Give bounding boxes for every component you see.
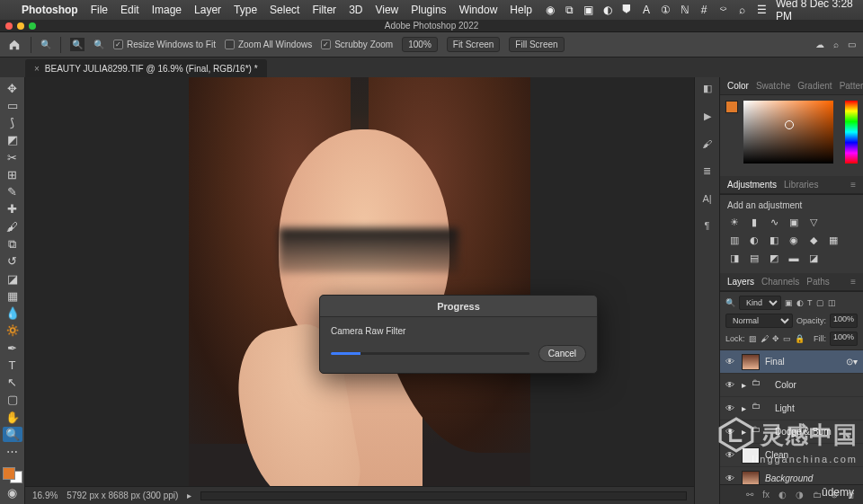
new-group-icon[interactable]: 🗀 — [813, 490, 822, 500]
vibrance-icon[interactable]: ▽ — [806, 216, 821, 228]
menubar-hash-icon[interactable]: # — [699, 4, 709, 16]
history-brush-tool[interactable]: ↺ — [3, 254, 22, 269]
color-field[interactable] — [743, 101, 833, 164]
lock-all-icon[interactable]: 🔒 — [795, 334, 805, 343]
lock-trans-icon[interactable]: ▨ — [749, 334, 757, 343]
filter-pixel-icon[interactable]: ▣ — [785, 298, 793, 307]
tab-channels[interactable]: Channels — [761, 277, 799, 287]
menubar-shield-icon[interactable]: ⛊ — [621, 4, 632, 16]
curves-icon[interactable]: ∿ — [767, 216, 781, 228]
zoom-window-icon[interactable] — [29, 22, 36, 30]
scrubby-checkbox[interactable] — [321, 40, 331, 49]
search-icon[interactable]: 🔍 — [725, 298, 735, 307]
selective-icon[interactable]: ◪ — [806, 252, 821, 264]
healing-tool[interactable]: ✚ — [3, 202, 22, 217]
menubar-dropbox-icon[interactable]: ⧉ — [564, 4, 574, 16]
search-icon[interactable]: ⌕ — [833, 40, 839, 49]
invert-icon[interactable]: ◨ — [727, 252, 742, 264]
layer-row[interactable]: 👁 Background — [720, 467, 863, 484]
channelmixer-icon[interactable]: ◆ — [806, 234, 821, 246]
object-select-tool[interactable]: ◩ — [3, 133, 22, 147]
visibility-icon[interactable]: 👁 — [725, 357, 736, 367]
history-icon[interactable]: ≣ — [703, 165, 711, 177]
fill-screen-button[interactable]: Fill Screen — [509, 37, 564, 52]
colorbalance-icon[interactable]: ◐ — [747, 234, 761, 246]
blur-tool[interactable]: 💧 — [3, 305, 22, 320]
layer-row[interactable]: 👁 Clean — [720, 444, 863, 467]
layer-name[interactable]: Light — [775, 403, 795, 413]
brushes-icon[interactable]: 🖌 — [702, 138, 712, 149]
opacity-value[interactable]: 100% — [830, 314, 858, 328]
marquee-tool[interactable]: ▭ — [3, 98, 22, 112]
character-icon[interactable]: A| — [702, 193, 711, 204]
filter-kind-select[interactable]: Kind — [739, 296, 781, 310]
home-button[interactable] — [7, 39, 22, 51]
fit-screen-button[interactable]: Fit Screen — [447, 37, 501, 52]
levels-icon[interactable]: ▮ — [747, 216, 761, 228]
menu-view[interactable]: View — [375, 4, 398, 16]
panel-menu-icon[interactable]: ≡ — [850, 180, 856, 190]
menu-filter[interactable]: Filter — [312, 4, 336, 16]
frame-tool[interactable]: ⊞ — [3, 167, 22, 181]
path-tool[interactable]: ↖ — [3, 376, 22, 390]
tab-gradients[interactable]: Gradient — [797, 81, 832, 91]
dodge-tool[interactable]: 🔅 — [3, 323, 22, 338]
menu-plugins[interactable]: Plugins — [411, 4, 446, 16]
color-selector-ring[interactable] — [785, 120, 794, 129]
workspace-icon[interactable]: ▭ — [848, 40, 856, 49]
tab-close-icon[interactable]: × — [34, 64, 40, 74]
hue-icon[interactable]: ▥ — [727, 234, 742, 246]
layer-name[interactable]: Dodge & Burn — [775, 427, 832, 437]
zoom-in-icon[interactable]: 🔍 — [70, 38, 85, 51]
link-layers-icon[interactable]: ⚯ — [746, 490, 753, 500]
filter-smart-icon[interactable]: ◫ — [828, 298, 836, 307]
folder-caret-icon[interactable]: ▸ — [742, 380, 746, 390]
blend-mode-select[interactable]: Normal — [725, 314, 793, 328]
horizontal-scrollbar[interactable] — [200, 491, 687, 500]
type-tool[interactable]: T — [3, 358, 22, 372]
edit-toolbar[interactable]: ⋯ — [3, 445, 22, 459]
menu-layer[interactable]: Layer — [194, 4, 221, 16]
menu-window[interactable]: Window — [459, 4, 498, 16]
new-adjustment-icon[interactable]: ◑ — [796, 490, 804, 500]
menu-select[interactable]: Select — [270, 4, 299, 16]
hand-tool[interactable]: ✋ — [3, 410, 22, 424]
layer-row[interactable]: 👁 ▸ 🗀 Dodge & Burn — [720, 420, 863, 444]
bw-icon[interactable]: ◧ — [767, 234, 781, 246]
menu-edit[interactable]: Edit — [120, 4, 139, 16]
zoom-out-icon[interactable]: 🔍 — [40, 40, 51, 49]
doc-info[interactable]: 5792 px x 8688 px (300 ppi) — [67, 491, 178, 500]
tab-adjustments[interactable]: Adjustments — [727, 180, 777, 190]
menu-3d[interactable]: 3D — [349, 4, 362, 16]
tab-layers[interactable]: Layers — [727, 277, 754, 287]
visibility-icon[interactable]: 👁 — [725, 380, 736, 390]
exposure-icon[interactable]: ▣ — [787, 216, 801, 228]
share-icon[interactable]: ☁ — [815, 40, 824, 49]
threshold-icon[interactable]: ◩ — [767, 252, 781, 264]
stamp-tool[interactable]: ⧉ — [3, 236, 22, 251]
menubar-n-icon[interactable]: ℕ — [680, 4, 690, 16]
filter-type-icon[interactable]: T — [807, 298, 813, 307]
fx-icon[interactable]: fx — [762, 490, 770, 500]
play-icon[interactable]: ▶ — [704, 111, 711, 122]
visibility-icon[interactable]: 👁 — [725, 403, 736, 413]
menubar-app1-icon[interactable]: ▣ — [583, 4, 593, 16]
posterize-icon[interactable]: ▤ — [747, 252, 761, 264]
resize-windows-checkbox[interactable] — [113, 40, 123, 49]
layer-name[interactable]: Clean — [765, 450, 788, 460]
move-tool[interactable]: ✥ — [3, 81, 22, 95]
document-tab[interactable]: × BEAUTY JULIA8299.TIF @ 16.9% (Final, R… — [25, 59, 267, 77]
hue-slider[interactable] — [845, 101, 858, 164]
app-menu[interactable]: Photoshop — [22, 4, 78, 16]
tab-patterns[interactable]: Patterns — [840, 81, 863, 91]
zoom-100-button[interactable]: 100% — [402, 37, 438, 52]
visibility-icon[interactable]: 👁 — [725, 427, 736, 437]
lock-brush-icon[interactable]: 🖌 — [761, 334, 769, 343]
brush-tool[interactable]: 🖌 — [3, 219, 22, 234]
panel-menu-icon[interactable]: ≡ — [850, 277, 856, 287]
eraser-tool[interactable]: ◪ — [3, 271, 22, 286]
menubar-search-icon[interactable]: ⌕ — [737, 4, 747, 16]
doc-info-caret-icon[interactable]: ▸ — [187, 491, 191, 500]
fill-value[interactable]: 100% — [830, 332, 858, 346]
layer-name[interactable]: Color — [775, 380, 796, 390]
